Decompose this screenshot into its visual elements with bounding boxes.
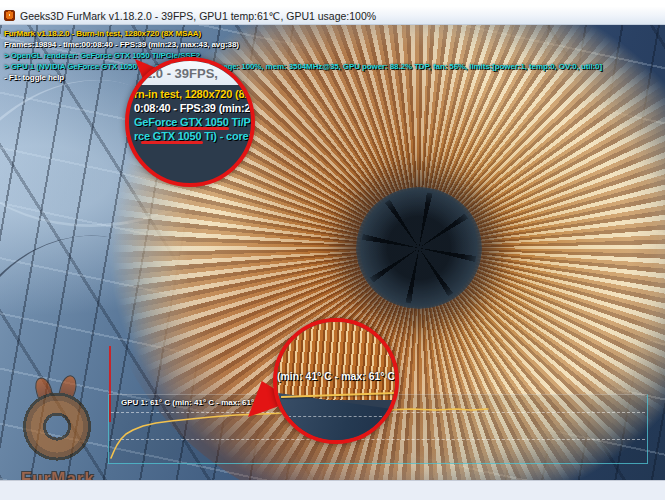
fur-donut-pupil (356, 187, 482, 309)
osd-overlay: FurMark v1.18.2.0 - Burn-in test, 1280x7… (4, 28, 602, 83)
osd-line-test-info: FurMark v1.18.2.0 - Burn-in test, 1280x7… (4, 28, 602, 39)
magnified-fur-background (277, 322, 395, 400)
window-titlebar[interactable]: Geeks3D FurMark v1.18.2.0 - 39FPS, GPU1 … (0, 7, 665, 25)
render-viewport[interactable]: FurMark v1.18.2.0 - Burn-in test, 1280x7… (0, 25, 665, 480)
window-bottom-strip (0, 480, 665, 500)
red-underline-annotation (141, 141, 203, 144)
magnified-osd-line: rn-in test, 1280x720 (8X M (134, 88, 255, 100)
furmark-window: Geeks3D FurMark v1.18.2.0 - 39FPS, GPU1 … (0, 0, 665, 500)
magnified-osd-line: 0:08:40 - FPS:39 (min:23, m (134, 102, 255, 114)
magnified-minmax-label: (min: 41° C - max: 61° C) (277, 370, 395, 382)
osd-line-frames: Frames:19894 - time:00:08:40 - FPS:39 (m… (4, 39, 602, 50)
magnifier-circle-bottom: (min: 41° C - max: 61° C) (273, 318, 399, 444)
osd-line-help-hint: - F1: toggle help (4, 72, 602, 83)
magnified-gridline (283, 416, 397, 417)
magnifier-circle-top: 2.0 - 39FPS, rn-in test, 1280x720 (8X M … (125, 57, 255, 187)
red-underline-annotation (157, 127, 229, 130)
graph-temp-label: GPU 1: 61° C (min: 41° C - max: 61° C) (121, 398, 265, 407)
furmark-app-icon (4, 10, 15, 21)
window-top-strip (0, 0, 665, 7)
window-title: Geeks3D FurMark v1.18.2.0 - 39FPS, GPU1 … (20, 10, 376, 22)
osd-line-renderer: > OpenGL renderer: GeForce GTX 1050 Ti/P… (4, 50, 602, 61)
watermark-text: FurMark (2, 469, 114, 480)
donut-ring-icon (20, 391, 94, 465)
magnified-titlebar-text: 2.0 - 39FPS, (145, 66, 218, 81)
furmark-watermark-logo: FurMark (2, 381, 114, 480)
osd-line-gpu-monitor: > GPU 1 (NVIDIA GeForce GTX 1050 Ti) - c… (4, 61, 602, 72)
